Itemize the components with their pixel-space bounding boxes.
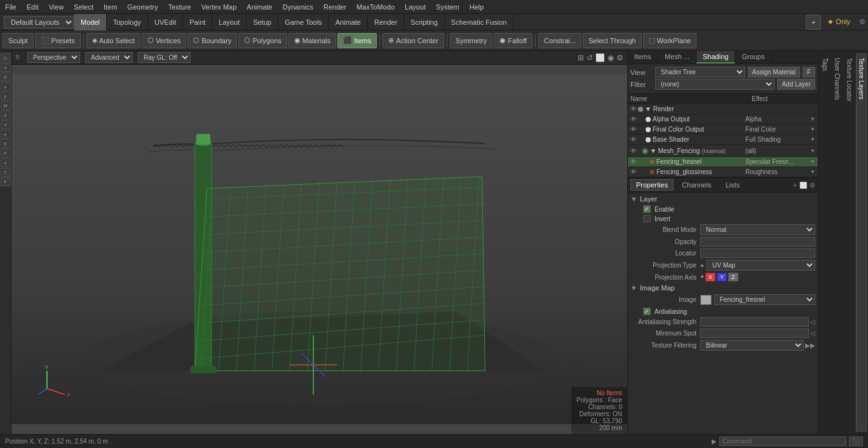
command-input[interactable] [719, 437, 846, 446]
command-submit-btn[interactable]: ⬛ [849, 437, 863, 446]
vertices-button[interactable]: ⬡ Vertices [142, 33, 186, 48]
menu-system[interactable]: System [431, 2, 465, 12]
menu-animate[interactable]: Animate [241, 2, 277, 12]
eye-icon-alpha[interactable]: 👁 [630, 116, 637, 123]
fresnel-arrow[interactable]: ▼ [810, 159, 815, 165]
left-btn-1[interactable]: D [1, 53, 11, 62]
viewport-area[interactable]: ⠿ Perspective Advanced Ray GL: Off ⊞ ↺ ⬜… [11, 51, 627, 434]
projection-type-dropdown[interactable]: UV Map [707, 260, 815, 271]
min-spot-slider[interactable]: ◁ [810, 330, 815, 337]
left-btn-14[interactable]: F [1, 177, 11, 186]
boundary-button[interactable]: ⬡ Boundary [187, 33, 237, 48]
tab-setup[interactable]: Setup [247, 14, 278, 31]
advanced-dropdown[interactable]: Advanced [85, 52, 133, 63]
image-map-arrow[interactable]: ▼ [630, 284, 637, 292]
viewport-canvas[interactable]: X Y No Items Polygons : Face [11, 65, 627, 434]
aa-strength-input[interactable]: 100.0 % [700, 317, 809, 327]
tab-animate[interactable]: Animate [329, 14, 368, 31]
axis-y-button[interactable]: Y [717, 273, 727, 282]
menu-dynamics[interactable]: Dynamics [278, 2, 318, 12]
shader-tree-dropdown[interactable]: Shader Tree [655, 67, 745, 78]
tab-properties[interactable]: Properties [630, 179, 674, 191]
auto-select-button[interactable]: ◈ Auto Select [86, 33, 140, 48]
left-btn-7[interactable]: e [1, 111, 11, 119]
tab-channels[interactable]: Channels [676, 179, 717, 191]
final-arrow[interactable]: ▼ [810, 126, 815, 132]
texture-filtering-dropdown[interactable]: Bilinear [700, 340, 804, 351]
tab-lists[interactable]: Lists [720, 179, 746, 191]
menu-maxtomodo[interactable]: MaxToModo [351, 2, 400, 12]
falloff-button[interactable]: ◉ Falloff [494, 33, 532, 48]
constraints-button[interactable]: Constrai... [538, 33, 581, 48]
side-tab-texture-locator[interactable]: Texture Locator [844, 53, 855, 431]
side-tab-user-channels[interactable]: User Channels [832, 53, 843, 431]
menu-select[interactable]: Select [69, 2, 98, 12]
axis-x-button[interactable]: X [705, 273, 715, 282]
props-maximize-btn[interactable]: ⬜ [799, 182, 807, 189]
tab-paint[interactable]: Paint [183, 14, 212, 31]
min-spot-input[interactable]: 1.0 [700, 329, 809, 338]
shader-item-mesh-fencing[interactable]: 👁 ◉ ▼ Mesh_Fencing (Material) (all) ▼ [628, 145, 818, 157]
eye-icon-glossiness[interactable]: 👁 [630, 168, 637, 175]
aa-strength-slider[interactable]: ◁ [810, 318, 815, 325]
invert-checkbox[interactable] [643, 215, 651, 222]
tab-model[interactable]: Model [74, 14, 107, 31]
viewport-drag-handle[interactable]: ⠿ [15, 54, 20, 61]
filter-dropdown[interactable]: (none) [655, 79, 775, 90]
symmetry-button[interactable]: Symmetry [450, 33, 493, 48]
glossiness-arrow[interactable]: ▼ [810, 169, 815, 175]
eye-icon-fresnel[interactable]: 👁 [630, 158, 637, 165]
presets-button[interactable]: ⬛ Presets [35, 33, 81, 48]
side-tab-texture-layers[interactable]: Texture Layers [856, 53, 867, 431]
layer-arrow[interactable]: ▼ [630, 195, 637, 203]
assign-material-button[interactable]: Assign Material [748, 67, 800, 78]
menu-texture[interactable]: Texture [163, 2, 196, 12]
menu-edit[interactable]: Edit [22, 2, 44, 12]
props-settings-btn[interactable]: ⚙ [810, 182, 815, 189]
props-icon-1[interactable]: + [793, 182, 797, 189]
menu-layout[interactable]: Layout [400, 2, 431, 12]
tab-mesh[interactable]: Mesh ... [658, 51, 696, 64]
base-arrow[interactable]: ▼ [810, 137, 815, 142]
texture-filtering-btn[interactable]: ▶▶ [805, 342, 815, 349]
tab-topology[interactable]: Topology [107, 14, 148, 31]
shader-item-base[interactable]: 👁 Base Shader Full Shading ▼ [628, 135, 818, 145]
eye-icon-mesh[interactable]: 👁 [630, 147, 637, 154]
antialiasing-checkbox[interactable] [643, 308, 651, 315]
shader-item-fresnel[interactable]: 👁 ⊕ Fencing_fresnel Specular Fresn... ▼ [628, 157, 818, 167]
enable-checkbox[interactable] [643, 205, 651, 213]
settings-icon[interactable]: ⚙ [857, 17, 868, 27]
menu-help[interactable]: Help [465, 2, 489, 12]
blend-mode-dropdown[interactable]: Normal [700, 224, 815, 235]
tab-uvedit[interactable]: UVEdit [148, 14, 183, 31]
menu-view[interactable]: View [44, 2, 69, 12]
menu-render[interactable]: Render [318, 2, 351, 12]
alpha-arrow[interactable]: ▼ [810, 116, 815, 122]
image-dropdown[interactable]: Fencing_fresnel [714, 294, 815, 305]
layout-dropdown[interactable]: Default Layouts [4, 16, 74, 29]
ray-gl-dropdown[interactable]: Ray GL: Off [138, 52, 191, 63]
eye-icon-base[interactable]: 👁 [630, 136, 637, 143]
tab-render[interactable]: Render [368, 14, 404, 31]
command-arrow-left[interactable]: ▶ [712, 438, 717, 445]
perspective-dropdown[interactable]: Perspective [27, 52, 80, 63]
materials-button[interactable]: ◉ Materials [288, 33, 337, 48]
tab-groups[interactable]: Groups [735, 51, 771, 64]
left-btn-10[interactable]: E [1, 139, 11, 148]
left-btn-3[interactable]: D [1, 72, 11, 81]
left-btn-13[interactable]: C [1, 168, 11, 177]
maximize-icon[interactable]: ⬜ [595, 53, 605, 62]
add-layer-button[interactable]: Add Layer [777, 79, 815, 90]
left-btn-2[interactable]: e [1, 63, 11, 72]
tab-schematic[interactable]: Schematic Fusion [445, 14, 513, 31]
left-btn-4[interactable]: u [1, 82, 11, 91]
left-btn-8[interactable]: V [1, 120, 11, 129]
mesh-arrow[interactable]: ▼ [810, 148, 815, 154]
menu-vertex-map[interactable]: Vertex Map [196, 2, 242, 12]
eye-icon-final[interactable]: 👁 [630, 126, 637, 133]
items-button[interactable]: ⬛ Items [337, 33, 377, 48]
tab-scripting[interactable]: Scripting [404, 14, 445, 31]
menu-file[interactable]: File [0, 2, 22, 12]
rotate-icon[interactable]: ↺ [587, 53, 593, 62]
left-btn-11[interactable]: P [1, 149, 11, 158]
